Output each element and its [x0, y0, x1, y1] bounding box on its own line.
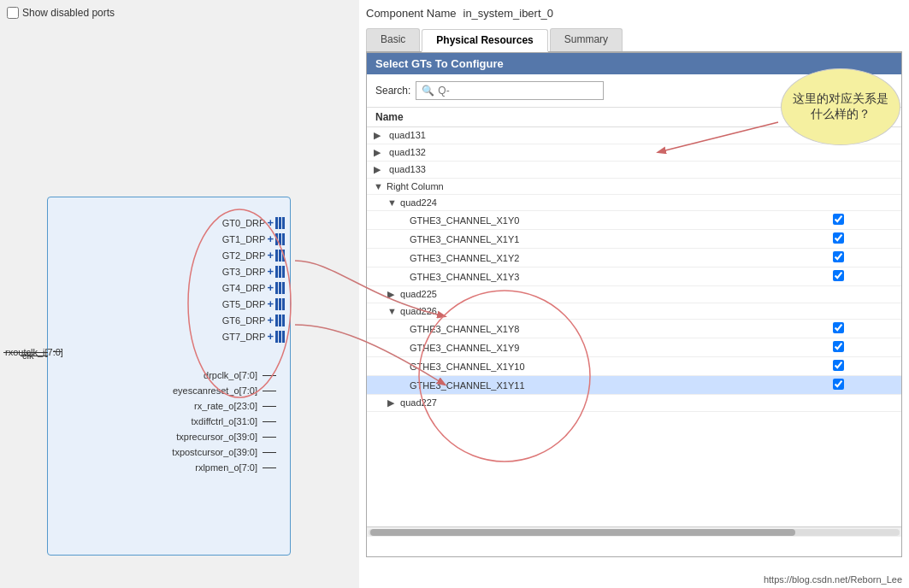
port-plus-gt4drp: + — [267, 281, 274, 294]
list-item: ▶ quad227 — [367, 395, 901, 412]
tab-summary[interactable]: Summary — [550, 28, 623, 51]
expand-quad225[interactable]: ▶ — [387, 289, 398, 300]
port-row-gt0drp: GT0_DRP + — [48, 215, 290, 231]
search-text-input[interactable] — [438, 85, 592, 97]
tab-physical-resources[interactable]: Physical Resources — [422, 29, 547, 52]
port-row-gt3drp: GT3_DRP + — [48, 263, 290, 279]
list-item: ▼ quad226 — [367, 303, 901, 320]
port-row-gt1drp: GT1_DRP + — [48, 231, 290, 247]
port-label-gt4drp: GT4_DRP — [53, 283, 265, 293]
port-row-gt6drp: GT6_DRP + — [48, 312, 290, 328]
list-item: ▶ quad133 — [367, 162, 901, 179]
port-label-gt2drp: GT2_DRP — [53, 250, 265, 261]
show-disabled-ports-label: Show disabled ports — [22, 7, 115, 19]
search-input-wrapper[interactable]: 🔍 — [416, 81, 604, 100]
left-panel: Show disabled ports GT0_DRP + GT1_DRP + … — [0, 0, 333, 588]
port-label-gt3drp: GT3_DRP — [53, 267, 265, 277]
watermark: https://blog.csdn.net/Reborn_Lee — [764, 574, 902, 585]
port-bars-gt2drp — [275, 250, 285, 262]
expand-quad227[interactable]: ▶ — [387, 397, 398, 409]
horizontal-scrollbar[interactable] — [367, 526, 901, 537]
list-item: ▼ quad224 — [367, 195, 901, 211]
port-bars-gt1drp — [275, 233, 285, 245]
checkbox-x1y3[interactable] — [833, 270, 844, 281]
component-name-label: Component Name — [366, 7, 457, 20]
port-bars-gt4drp — [275, 282, 285, 294]
port-bars-gt0drp — [275, 217, 285, 229]
list-item: ▼ Right Column — [367, 179, 901, 195]
list-item: GTHE3_CHANNEL_X1Y1 — [367, 230, 901, 249]
search-icon: 🔍 — [422, 85, 434, 97]
port-row-gt4drp: GT4_DRP + — [48, 279, 290, 296]
component-name-value: in_system_ibert_0 — [463, 7, 554, 20]
port-label-gt7drp: GT7_DRP — [53, 332, 265, 342]
component-box: GT0_DRP + GT1_DRP + GT2_DRP + — [47, 197, 291, 556]
component-name-row: Component Name in_system_ibert_0 — [366, 7, 902, 20]
rxlpmen-port: rxlpmen_o[7:0] — [56, 460, 281, 475]
annotation-bubble: 这里的对应关系是什么样的？ — [781, 68, 900, 145]
port-plus-gt0drp: + — [267, 216, 274, 229]
checkbox-x1y0[interactable] — [833, 214, 844, 225]
tab-basic[interactable]: Basic — [366, 28, 420, 51]
list-item: GTHE3_CHANNEL_X1Y2 — [367, 249, 901, 268]
list-item: ▶ quad132 — [367, 144, 901, 162]
txdiffctrl-port: txdiffctrl_o[31:0] — [56, 414, 281, 429]
list-item: ▶ quad225 — [367, 286, 901, 303]
port-label-gt0drp: GT0_DRP — [53, 218, 265, 228]
txprecursor-port: txprecursor_o[39:0] — [56, 429, 281, 444]
checkbox-x1y11[interactable] — [833, 379, 844, 390]
port-row-gt2drp: GT2_DRP + — [48, 247, 290, 263]
checkbox-x1y2[interactable] — [833, 251, 844, 262]
list-item: GTHE3_CHANNEL_X1Y9 — [367, 338, 901, 357]
port-label-gt1drp: GT1_DRP — [53, 234, 265, 244]
checkbox-x1y9[interactable] — [833, 341, 844, 352]
rxrate-port: rx_rate_o[23:0] — [56, 398, 281, 414]
tree-table: Name Enable ▶ quad131 ▶ quad132 ▶ quad13… — [367, 108, 901, 412]
expand-right-column[interactable]: ▼ — [374, 181, 384, 191]
list-item: GTHE3_CHANNEL_X1Y0 — [367, 211, 901, 230]
port-bars-gt6drp — [275, 315, 285, 326]
port-row-gt5drp: GT5_DRP + — [48, 296, 290, 312]
port-label-gt5drp: GT5_DRP — [53, 299, 265, 309]
checkbox-x1y10[interactable] — [833, 360, 844, 371]
eyescanreset-port: eyescanreset_o[7:0] — [56, 383, 281, 398]
port-label-gt6drp: GT6_DRP — [53, 315, 265, 326]
port-plus-gt1drp: + — [267, 232, 274, 245]
expand-quad132[interactable]: ▶ — [374, 147, 384, 158]
tabs-row: Basic Physical Resources Summary — [366, 28, 902, 53]
expand-quad224[interactable]: ▼ — [387, 197, 398, 208]
show-disabled-ports-checkbox[interactable] — [7, 7, 19, 19]
port-plus-gt6drp: + — [267, 314, 274, 326]
list-item[interactable]: GTHE3_CHANNEL_X1Y11 — [367, 376, 901, 395]
list-item: GTHE3_CHANNEL_X1Y8 — [367, 320, 901, 338]
list-item: GTHE3_CHANNEL_X1Y3 — [367, 268, 901, 286]
port-plus-gt2drp: + — [267, 249, 274, 262]
list-item: GTHE3_CHANNEL_X1Y10 — [367, 357, 901, 376]
port-bars-gt5drp — [275, 298, 285, 310]
port-plus-gt3drp: + — [267, 265, 274, 278]
port-bars-gt3drp — [275, 266, 285, 278]
drpclk-port: drpclk_o[7:0] — [56, 368, 281, 383]
txpostcursor-port: txpostcursor_o[39:0] — [56, 444, 281, 460]
show-disabled-ports-row: Show disabled ports — [7, 7, 327, 19]
scrollbar-track — [369, 529, 900, 536]
search-label: Search: — [375, 85, 410, 97]
port-plus-gt5drp: + — [267, 297, 274, 310]
checkbox-x1y8[interactable] — [833, 322, 844, 333]
checkbox-x1y1[interactable] — [833, 232, 844, 244]
col-header-name: Name — [367, 108, 776, 127]
port-plus-gt7drp: + — [267, 330, 274, 343]
port-row-gt7drp: GT7_DRP + — [48, 328, 290, 344]
expand-quad226[interactable]: ▼ — [387, 306, 398, 316]
scrollbar-thumb[interactable] — [370, 529, 795, 536]
port-bars-gt7drp — [275, 331, 285, 343]
expand-quad131[interactable]: ▶ — [374, 130, 384, 141]
tree-table-container[interactable]: Name Enable ▶ quad131 ▶ quad132 ▶ quad13… — [367, 108, 901, 526]
expand-quad133[interactable]: ▶ — [374, 164, 384, 175]
